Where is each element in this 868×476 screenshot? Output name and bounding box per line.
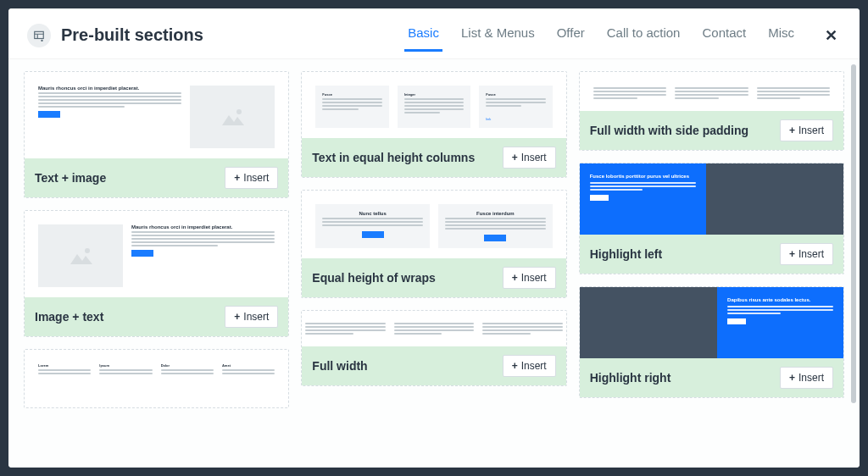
- card-full-width: Full width +Insert: [301, 310, 566, 386]
- modal-header: Pre-built sections Basic List & Menus Of…: [8, 8, 860, 59]
- plus-icon: +: [789, 372, 795, 384]
- highlight-block: Fusce lobortis porttitor purus vel ultri…: [580, 163, 706, 235]
- card-partial: Lorem Ipsum Dolor Amet: [24, 349, 289, 408]
- card-full-width-padding: Full width with side padding +Insert: [579, 71, 844, 151]
- plus-icon: +: [512, 360, 518, 372]
- card-title: Highlight right: [590, 371, 671, 385]
- plus-icon: +: [234, 172, 240, 184]
- tab-offer[interactable]: Offer: [557, 20, 585, 50]
- plus-icon: +: [234, 311, 240, 323]
- card-title: Text + image: [35, 171, 106, 185]
- placeholder-button: [484, 235, 506, 241]
- insert-label: Insert: [243, 172, 269, 184]
- insert-label: Insert: [521, 152, 547, 163]
- insert-label: Insert: [798, 372, 824, 384]
- svg-marker-7: [70, 254, 92, 264]
- placeholder-heading: Dapibus risus ante sodales lectus.: [727, 297, 833, 302]
- plus-icon: +: [512, 272, 518, 284]
- svg-marker-5: [222, 115, 244, 125]
- card-image-text: Mauris rhoncus orci in imperdiet placera…: [24, 210, 289, 337]
- insert-button[interactable]: +Insert: [780, 119, 833, 141]
- sections-grid: Mauris rhoncus orci in imperdiet placera…: [8, 59, 860, 468]
- insert-button[interactable]: +Insert: [780, 243, 833, 265]
- card-title: Full width with side padding: [590, 124, 748, 137]
- insert-label: Insert: [521, 272, 547, 284]
- svg-rect-0: [35, 31, 44, 38]
- card-highlight-right: Dapibus risus ante sodales lectus. Highl…: [579, 286, 844, 398]
- insert-label: Insert: [243, 311, 269, 323]
- card-title: Image + text: [35, 310, 103, 324]
- card-preview: [302, 311, 565, 346]
- highlight-block: Dapibus risus ante sodales lectus.: [717, 287, 843, 358]
- card-equal-wraps: Nunc tellus Fusce interdum Equal height …: [301, 190, 566, 298]
- placeholder-button: [38, 111, 60, 118]
- scrollbar-thumb[interactable]: [851, 64, 856, 403]
- card-title: Text in equal height columns: [312, 151, 475, 164]
- insert-label: Insert: [798, 248, 824, 260]
- tab-basic[interactable]: Basic: [408, 20, 439, 50]
- insert-button[interactable]: +Insert: [503, 147, 556, 169]
- plus-icon: +: [512, 152, 518, 163]
- placeholder-button: [362, 231, 384, 238]
- placeholder-heading: Nunc tellus: [322, 211, 423, 216]
- card-title: Equal height of wraps: [312, 271, 435, 285]
- close-icon[interactable]: ✕: [821, 25, 841, 47]
- placeholder-button: [131, 250, 153, 257]
- insert-label: Insert: [798, 125, 824, 136]
- grid-col-1: Mauris rhoncus orci in imperdiet placera…: [24, 71, 289, 456]
- svg-point-8: [85, 248, 90, 253]
- card-title: Full width: [312, 359, 367, 373]
- insert-button[interactable]: +Insert: [780, 367, 833, 389]
- placeholder-heading: Fusce lobortis porttitor purus vel ultri…: [590, 174, 696, 179]
- placeholder-heading: Mauris rhoncus orci in imperdiet placera…: [38, 86, 181, 91]
- card-preview: Dapibus risus ante sodales lectus.: [580, 287, 843, 358]
- plus-icon: +: [789, 125, 795, 136]
- placeholder-button: [727, 318, 746, 324]
- tab-list-menus[interactable]: List & Menus: [461, 20, 535, 50]
- insert-label: Insert: [521, 360, 547, 372]
- tab-misc[interactable]: Misc: [768, 20, 794, 50]
- placeholder-heading: Fusce interdum: [445, 211, 546, 216]
- card-preview: Mauris rhoncus orci in imperdiet placera…: [25, 211, 288, 297]
- tab-call-to-action[interactable]: Call to action: [607, 20, 681, 50]
- insert-button[interactable]: +Insert: [225, 306, 278, 328]
- card-preview: Fusce lobortis porttitor purus vel ultri…: [580, 163, 843, 235]
- card-title: Highlight left: [590, 247, 663, 261]
- modal-title: Pre-built sections: [61, 25, 203, 45]
- insert-button[interactable]: +Insert: [503, 355, 556, 377]
- grid-col-3: Full width with side padding +Insert Fus…: [579, 71, 844, 456]
- insert-button[interactable]: +Insert: [503, 267, 556, 289]
- dark-block: [706, 163, 843, 235]
- card-preview: Mauris rhoncus orci in imperdiet placera…: [25, 72, 288, 158]
- card-highlight-left: Fusce lobortis porttitor purus vel ultri…: [579, 163, 844, 274]
- svg-point-6: [236, 109, 242, 114]
- card-text-image: Mauris rhoncus orci in imperdiet placera…: [24, 71, 289, 198]
- placeholder-button: [590, 195, 609, 201]
- card-preview: Lorem Ipsum Dolor Amet: [25, 350, 288, 407]
- image-placeholder-icon: [190, 86, 275, 148]
- tab-contact[interactable]: Contact: [702, 20, 746, 50]
- tabs-nav: Basic List & Menus Offer Call to action …: [408, 20, 841, 50]
- card-preview: Nunc tellus Fusce interdum: [302, 191, 565, 258]
- plus-icon: +: [789, 248, 795, 260]
- grid-col-2: Fusce Integer Fuscelink Text in equal he…: [301, 71, 566, 456]
- card-preview: Fusce Integer Fuscelink: [302, 72, 565, 138]
- card-text-equal-columns: Fusce Integer Fuscelink Text in equal he…: [301, 71, 566, 178]
- insert-button[interactable]: +Insert: [225, 167, 278, 189]
- card-preview: [580, 72, 843, 111]
- sections-icon: [27, 24, 51, 47]
- dark-block: [580, 287, 717, 358]
- placeholder-heading: Mauris rhoncus orci in imperdiet placera…: [131, 224, 275, 230]
- image-placeholder-icon: [38, 224, 123, 287]
- scrollbar[interactable]: [851, 64, 856, 462]
- prebuilt-sections-modal: Pre-built sections Basic List & Menus Of…: [8, 8, 860, 468]
